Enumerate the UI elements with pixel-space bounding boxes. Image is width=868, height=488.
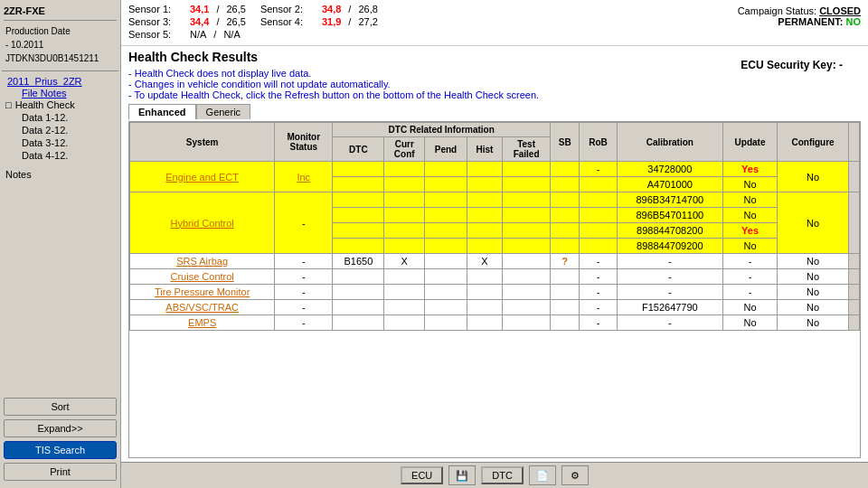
- cell-update-emps: No: [722, 315, 777, 331]
- sidebar-data-4[interactable]: Data 4-12.: [20, 149, 118, 162]
- tab-generic[interactable]: Generic: [196, 104, 251, 119]
- table-row: Cruise Control - - - - No: [130, 269, 860, 285]
- print-button[interactable]: Print: [4, 463, 117, 481]
- ecu-button[interactable]: ECU: [401, 466, 443, 484]
- cell-update-tire: -: [722, 285, 777, 300]
- sort-button[interactable]: Sort: [4, 398, 117, 416]
- col-monitor-status: MonitorStatus: [275, 123, 333, 162]
- col-test-failed: TestFailed: [503, 137, 551, 162]
- cell-curr-conf: [384, 315, 425, 331]
- cell-cal-abs: F152647790: [617, 300, 722, 315]
- cell-curr-conf: [384, 162, 425, 177]
- engine-ect-link[interactable]: Engine and ECT: [165, 172, 239, 183]
- sidebar-data-1[interactable]: Data 1-12.: [20, 111, 118, 124]
- cell-system-tire: Tire Pressure Monitor: [130, 285, 275, 300]
- sidebar-file-notes[interactable]: File Notes: [20, 87, 69, 99]
- cell-dtc: [333, 208, 384, 223]
- cell-rob-emps: -: [580, 315, 617, 331]
- cell-update-cruise: -: [722, 269, 777, 285]
- col-hist: Hist: [467, 137, 502, 162]
- cell-sb: [551, 315, 580, 331]
- cell-hist: [467, 315, 502, 331]
- cell-cal-896-2: 896B54701100: [617, 208, 722, 223]
- cell-cal-898-1: 898844708200: [617, 223, 722, 239]
- cell-configure-emps: No: [778, 315, 849, 331]
- cell-monitor-abs: -: [275, 300, 333, 315]
- cruise-link[interactable]: Cruise Control: [170, 271, 233, 282]
- expand-icon[interactable]: □: [5, 99, 12, 110]
- cell-configure-no: No: [778, 162, 849, 192]
- table-row: SRS Airbag - B1650 X X ? - - - No: [130, 254, 860, 269]
- cell-rob-tire: -: [580, 285, 617, 300]
- production-date: - 10.2011: [4, 38, 117, 52]
- scroll-cell: [849, 192, 860, 254]
- tab-enhanced[interactable]: Enhanced: [128, 104, 196, 119]
- sidebar-item-title[interactable]: 2011_Prius_2ZR: [5, 75, 84, 88]
- sidebar-health-check[interactable]: Health Check: [14, 99, 77, 111]
- health-check-title: Health Check Results: [128, 50, 539, 64]
- cell-cal-cruise: -: [617, 269, 722, 285]
- cell-pend: [425, 162, 467, 177]
- production-date-label: Production Date: [4, 24, 117, 38]
- srs-link[interactable]: SRS Airbag: [176, 256, 228, 267]
- sensor4-val2: 27,2: [358, 16, 377, 27]
- cell-sb: [551, 208, 580, 223]
- sidebar-data-2[interactable]: Data 2-12.: [20, 124, 118, 136]
- col-update: Update: [722, 123, 777, 162]
- cell-configure-cruise: No: [778, 269, 849, 285]
- cell-rob: [580, 177, 617, 192]
- sidebar-data-3[interactable]: Data 3-12.: [20, 136, 118, 149]
- cell-sb: [551, 300, 580, 315]
- tire-link[interactable]: Tire Pressure Monitor: [155, 286, 250, 297]
- table-row: Engine and ECT Inc - 34728000 Yes No: [130, 162, 860, 177]
- emps-link[interactable]: EMPS: [188, 317, 216, 328]
- cell-curr-conf: [384, 300, 425, 315]
- cell-test-failed: [503, 192, 551, 208]
- tis-search-button[interactable]: TIS Search: [4, 441, 117, 459]
- sensor3-label: Sensor 3:: [128, 16, 183, 27]
- cell-sb: [551, 269, 580, 285]
- cell-hist: [467, 192, 502, 208]
- table-row: ABS/VSC/TRAC - - F152647790 No No: [130, 300, 860, 315]
- cell-sb: [551, 177, 580, 192]
- sensor2-label: Sensor 2:: [260, 4, 315, 14]
- cell-hist: [467, 269, 502, 285]
- cell-pend: [425, 315, 467, 331]
- cell-update-no: No: [722, 177, 777, 192]
- cell-monitor-inc: Inc: [275, 162, 333, 192]
- inc-link[interactable]: Inc: [297, 172, 310, 183]
- cell-dtc: [333, 315, 384, 331]
- cell-pend: [425, 285, 467, 300]
- cell-update: No: [722, 192, 777, 208]
- cell-configure-hybrid: No: [778, 192, 849, 254]
- hybrid-link[interactable]: Hybrid Control: [170, 218, 233, 229]
- cell-rob-cruise: -: [580, 269, 617, 285]
- cell-pend: [425, 239, 467, 254]
- cell-rob: [580, 239, 617, 254]
- sensor1-val2: 26,5: [226, 4, 245, 14]
- sb-question[interactable]: ?: [561, 256, 568, 267]
- cell-system-cruise: Cruise Control: [130, 269, 275, 285]
- sensor5-val1: N/A: [190, 29, 206, 40]
- sensor4-val1: 31,9: [322, 16, 341, 27]
- cell-update-yes: Yes: [722, 162, 777, 177]
- table-row: EMPS - - - No No: [130, 315, 860, 331]
- cell-sb: [551, 223, 580, 239]
- cell-dtc: [333, 223, 384, 239]
- cell-sb-q: ?: [551, 254, 580, 269]
- cell-test-failed: [503, 223, 551, 239]
- cell-calibration: 34728000: [617, 162, 722, 177]
- abs-link[interactable]: ABS/VSC/TRAC: [165, 302, 239, 313]
- cell-hist: [467, 208, 502, 223]
- dtc-button[interactable]: DTC: [481, 466, 524, 484]
- expand-button[interactable]: Expand>>: [4, 419, 117, 437]
- cell-rob: [580, 223, 617, 239]
- health-note-1: - Health Check does not display live dat…: [128, 68, 539, 79]
- cell-test-failed: [503, 269, 551, 285]
- cell-test-failed: [503, 285, 551, 300]
- cell-test-failed: [503, 254, 551, 269]
- cell-curr-conf: [384, 177, 425, 192]
- cell-hist-x: X: [467, 254, 502, 269]
- cell-system-emps: EMPS: [130, 315, 275, 331]
- app-title: 2ZR-FXE: [4, 5, 117, 16]
